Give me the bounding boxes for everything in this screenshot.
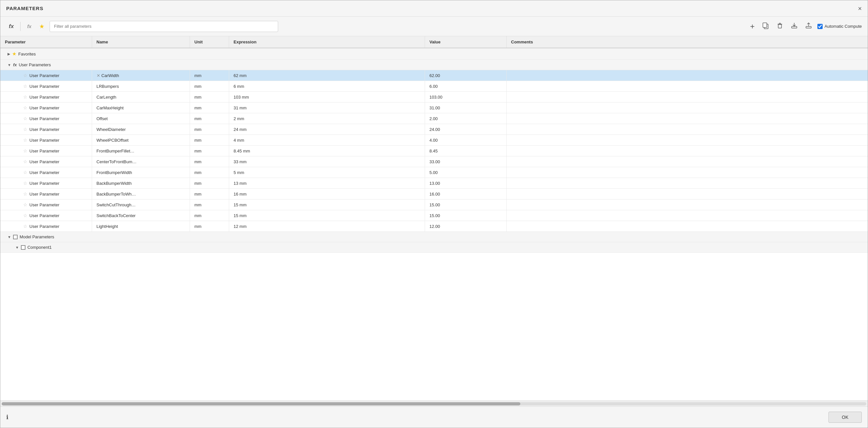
import-parameter-button[interactable] bbox=[803, 21, 814, 32]
table-row[interactable]: ☆ User Parameter FrontBumperWidthmm5 mm5… bbox=[0, 167, 868, 178]
group-row-user-parameters[interactable]: ▼ fx User Parameters bbox=[0, 60, 868, 70]
cell-comments[interactable] bbox=[506, 102, 868, 113]
cell-name[interactable]: WheelDiameter bbox=[92, 124, 190, 135]
cell-comments[interactable] bbox=[506, 200, 868, 210]
table-row[interactable]: ☆ User Parameter SwitchCutThrough…mm15 m… bbox=[0, 200, 868, 210]
cell-expression[interactable]: 31 mm bbox=[229, 102, 425, 113]
cell-name[interactable]: ✕CarWidth bbox=[92, 70, 190, 81]
cell-expression[interactable]: 4 mm bbox=[229, 135, 425, 146]
cell-comments[interactable] bbox=[506, 221, 868, 232]
row-star-icon[interactable]: ☆ bbox=[23, 84, 27, 89]
favorites-expand-icon[interactable]: ▶ bbox=[7, 52, 10, 56]
cell-name[interactable]: SwitchBackToCenter bbox=[92, 210, 190, 221]
row-star-icon[interactable]: ☆ bbox=[23, 105, 27, 110]
fx-primary-button[interactable]: fx bbox=[6, 22, 16, 31]
table-row[interactable]: ☆ User Parameter ✕CarWidthmm62 mm62.00 bbox=[0, 70, 868, 81]
cell-name[interactable]: BackBumperToWh… bbox=[92, 189, 190, 200]
cell-expression[interactable]: 16 mm bbox=[229, 189, 425, 200]
auto-compute-label[interactable]: Automatic Compute bbox=[817, 24, 862, 29]
favorites-toolbar-button[interactable]: ★ bbox=[37, 22, 47, 31]
cell-expression[interactable]: 15 mm bbox=[229, 210, 425, 221]
favorites-group-cell[interactable]: ▶ ★ Favorites bbox=[0, 48, 868, 60]
cell-comments[interactable] bbox=[506, 124, 868, 135]
cell-comments[interactable] bbox=[506, 210, 868, 221]
row-star-icon[interactable]: ☆ bbox=[23, 73, 27, 78]
cell-name[interactable]: CarMaxHeight bbox=[92, 102, 190, 113]
scrollbar-track[interactable] bbox=[2, 402, 866, 405]
scrollbar-thumb[interactable] bbox=[2, 402, 520, 405]
cell-expression[interactable]: 2 mm bbox=[229, 113, 425, 124]
cell-name[interactable]: LRBumpers bbox=[92, 81, 190, 92]
row-star-icon[interactable]: ☆ bbox=[23, 191, 27, 196]
cell-expression[interactable]: 15 mm bbox=[229, 200, 425, 210]
cell-comments[interactable] bbox=[506, 146, 868, 156]
component1-expand-icon[interactable]: ▼ bbox=[16, 245, 19, 249]
row-star-icon[interactable]: ☆ bbox=[23, 116, 27, 121]
group-row-component1[interactable]: ▼ Component1 bbox=[0, 242, 868, 253]
cell-expression[interactable]: 5 mm bbox=[229, 167, 425, 178]
cell-comments[interactable] bbox=[506, 189, 868, 200]
table-row[interactable]: ☆ User Parameter FrontBumperFillet…mm8.4… bbox=[0, 146, 868, 156]
cell-expression[interactable]: 33 mm bbox=[229, 156, 425, 167]
cell-name[interactable]: FrontBumperWidth bbox=[92, 167, 190, 178]
row-star-icon[interactable]: ☆ bbox=[23, 213, 27, 218]
table-row[interactable]: ☆ User Parameter BackBumperWidthmm13 mm1… bbox=[0, 178, 868, 189]
cell-name[interactable]: BackBumperWidth bbox=[92, 178, 190, 189]
cell-comments[interactable] bbox=[506, 81, 868, 92]
row-star-icon[interactable]: ☆ bbox=[23, 127, 27, 132]
search-input[interactable] bbox=[50, 21, 278, 32]
row-star-icon[interactable]: ☆ bbox=[23, 137, 27, 143]
row-star-icon[interactable]: ☆ bbox=[23, 224, 27, 229]
cell-name[interactable]: LightHeight bbox=[92, 221, 190, 232]
cell-comments[interactable] bbox=[506, 70, 868, 81]
auto-compute-checkbox[interactable] bbox=[817, 24, 823, 29]
row-star-icon[interactable]: ☆ bbox=[23, 170, 27, 175]
row-star-icon[interactable]: ☆ bbox=[23, 159, 27, 164]
cell-expression[interactable]: 103 mm bbox=[229, 92, 425, 102]
export-parameter-button[interactable] bbox=[789, 21, 800, 32]
table-row[interactable]: ☆ User Parameter WheelDiametermm24 mm24.… bbox=[0, 124, 868, 135]
cell-expression[interactable]: 62 mm bbox=[229, 70, 425, 81]
table-row[interactable]: ☆ User Parameter LRBumpersmm6 mm6.00 bbox=[0, 81, 868, 92]
cell-expression[interactable]: 13 mm bbox=[229, 178, 425, 189]
model-parameters-group-cell[interactable]: ▼ Model Parameters bbox=[0, 232, 868, 242]
cell-expression[interactable]: 12 mm bbox=[229, 221, 425, 232]
close-button[interactable]: × bbox=[858, 5, 862, 12]
group-row-favorites[interactable]: ▶ ★ Favorites bbox=[0, 48, 868, 60]
table-row[interactable]: ☆ User Parameter WheelPCBOffsetmm4 mm4.0… bbox=[0, 135, 868, 146]
cell-comments[interactable] bbox=[506, 178, 868, 189]
row-star-icon[interactable]: ☆ bbox=[23, 202, 27, 207]
row-star-icon[interactable]: ☆ bbox=[23, 94, 27, 99]
ok-button[interactable]: OK bbox=[829, 412, 862, 423]
table-row[interactable]: ☆ User Parameter Offsetmm2 mm2.00 bbox=[0, 113, 868, 124]
delete-row-icon[interactable]: ✕ bbox=[97, 73, 100, 78]
table-row[interactable]: ☆ User Parameter SwitchBackToCentermm15 … bbox=[0, 210, 868, 221]
cell-expression[interactable]: 6 mm bbox=[229, 81, 425, 92]
cell-expression[interactable]: 24 mm bbox=[229, 124, 425, 135]
cell-comments[interactable] bbox=[506, 135, 868, 146]
cell-expression[interactable]: 8.45 mm bbox=[229, 146, 425, 156]
table-row[interactable]: ☆ User Parameter CarLengthmm103 mm103.00 bbox=[0, 92, 868, 102]
model-params-expand-icon[interactable]: ▼ bbox=[7, 235, 11, 239]
cell-comments[interactable] bbox=[506, 92, 868, 102]
cell-comments[interactable] bbox=[506, 167, 868, 178]
component1-group-cell[interactable]: ▼ Component1 bbox=[0, 242, 868, 253]
cell-name[interactable]: CenterToFrontBum… bbox=[92, 156, 190, 167]
horizontal-scrollbar[interactable] bbox=[0, 401, 868, 406]
table-row[interactable]: ☆ User Parameter LightHeightmm12 mm12.00 bbox=[0, 221, 868, 232]
cell-name[interactable]: Offset bbox=[92, 113, 190, 124]
copy-parameter-button[interactable] bbox=[760, 21, 771, 32]
fx-secondary-button[interactable]: fx bbox=[25, 22, 34, 30]
table-row[interactable]: ☆ User Parameter BackBumperToWh…mm16 mm1… bbox=[0, 189, 868, 200]
cell-name[interactable]: FrontBumperFillet… bbox=[92, 146, 190, 156]
cell-name[interactable]: WheelPCBOffset bbox=[92, 135, 190, 146]
cell-name[interactable]: CarLength bbox=[92, 92, 190, 102]
user-params-expand-icon[interactable]: ▼ bbox=[7, 63, 11, 67]
user-parameters-group-cell[interactable]: ▼ fx User Parameters bbox=[0, 60, 868, 70]
cell-comments[interactable] bbox=[506, 156, 868, 167]
group-row-model-parameters[interactable]: ▼ Model Parameters bbox=[0, 232, 868, 242]
delete-parameter-button[interactable] bbox=[774, 21, 785, 32]
table-row[interactable]: ☆ User Parameter CarMaxHeightmm31 mm31.0… bbox=[0, 102, 868, 113]
cell-comments[interactable] bbox=[506, 113, 868, 124]
row-star-icon[interactable]: ☆ bbox=[23, 181, 27, 186]
